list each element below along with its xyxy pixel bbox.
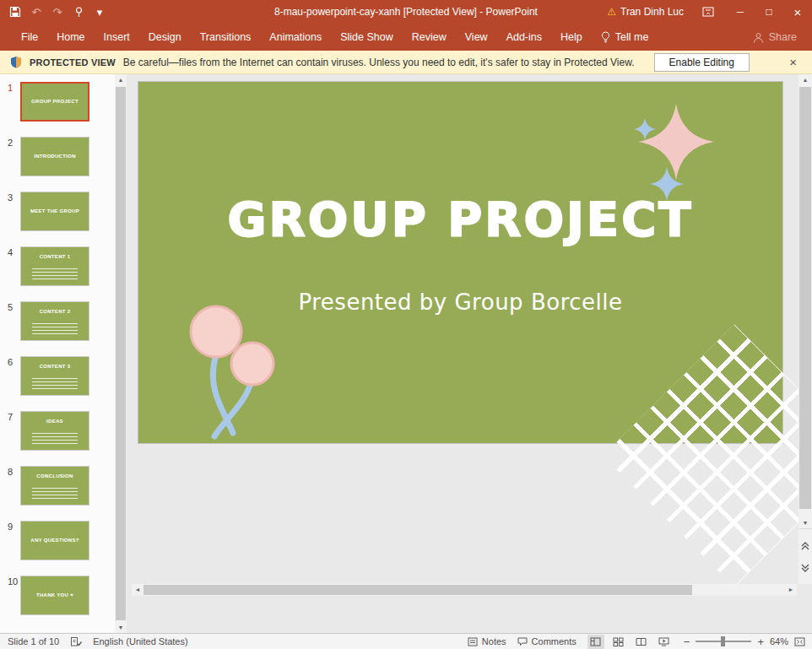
protected-view-bar: PROTECTED VIEW Be careful—files from the… xyxy=(0,51,812,74)
zoom-slider[interactable] xyxy=(696,641,751,642)
tab-help[interactable]: Help xyxy=(551,24,592,51)
titlebar-right-controls: ⚠ Tran Dinh Luc ─ □ × xyxy=(607,0,812,24)
share-button[interactable]: Share xyxy=(753,31,812,43)
thumbnail-caption: IDEAS xyxy=(45,419,65,425)
restore-button[interactable]: □ xyxy=(755,0,783,24)
scroll-down-icon[interactable]: ▼ xyxy=(798,520,812,526)
scroll-down-icon[interactable]: ▼ xyxy=(115,625,127,630)
status-bar: Slide 1 of 10 English (United States) No… xyxy=(0,633,812,649)
zoom-level[interactable]: 64% xyxy=(770,636,788,646)
tab-transitions[interactable]: Transitions xyxy=(191,24,261,51)
tab-view[interactable]: View xyxy=(456,24,497,51)
spell-check-icon[interactable] xyxy=(70,636,82,647)
share-label: Share xyxy=(769,31,797,43)
tab-animations[interactable]: Animations xyxy=(260,24,331,51)
enable-editing-button[interactable]: Enable Editing xyxy=(654,53,750,72)
tab-add-ins[interactable]: Add-ins xyxy=(497,24,551,51)
slide-thumbnail-3[interactable]: MEET THE GROUP xyxy=(20,192,89,231)
thumbnail-row-6: 6 CONTENT 3 xyxy=(0,356,115,396)
notes-label: Notes xyxy=(482,636,506,646)
slide-sorter-view-icon[interactable] xyxy=(610,635,627,649)
horizontal-scrollbar[interactable]: ◄ ► xyxy=(132,584,797,596)
slide-thumbnail-5[interactable]: CONTENT 2 xyxy=(20,301,89,341)
minimize-button[interactable]: ─ xyxy=(726,0,755,24)
zoom-slider-thumb[interactable] xyxy=(721,636,725,646)
message-bar-close-icon[interactable]: × xyxy=(784,55,802,69)
tab-design[interactable]: Design xyxy=(139,24,191,51)
reading-view-icon[interactable] xyxy=(633,635,650,649)
comments-icon xyxy=(517,637,528,646)
scroll-left-icon[interactable]: ◄ xyxy=(133,587,142,592)
slide-number: 4 xyxy=(0,246,20,286)
protected-view-badge: PROTECTED VIEW xyxy=(30,57,116,68)
thumbnail-row-8: 8 CONCLUSION xyxy=(0,466,115,506)
slide-thumbnail-9[interactable]: ANY QUESTIONS? xyxy=(20,521,89,560)
zoom-out-icon[interactable]: − xyxy=(684,635,690,648)
slide-show-icon[interactable] xyxy=(656,635,673,649)
account-name[interactable]: Tran Dinh Luc xyxy=(620,6,684,18)
slide-indicator[interactable]: Slide 1 of 10 xyxy=(8,636,59,646)
tell-me-box[interactable]: Tell me xyxy=(592,31,658,43)
fit-slide-to-window-icon[interactable] xyxy=(794,637,805,646)
notes-button[interactable]: Notes xyxy=(468,636,506,646)
thumbnail-content-lines xyxy=(32,377,78,389)
slide-thumbnail-2[interactable]: INTRODUCTION xyxy=(20,137,89,176)
zoom-in-icon[interactable]: + xyxy=(757,635,764,648)
vertical-scrollbar[interactable]: ▲ ▼ xyxy=(798,74,812,528)
tab-slide-show[interactable]: Slide Show xyxy=(331,24,403,51)
flowers-decoration-icon xyxy=(157,291,300,443)
touch-mode-icon[interactable] xyxy=(72,4,85,19)
close-button[interactable]: × xyxy=(783,0,812,24)
normal-view-icon[interactable] xyxy=(587,635,604,649)
horizontal-scrollbar-thumb[interactable] xyxy=(143,585,692,595)
thumbnail-row-2: 2 INTRODUCTION xyxy=(0,137,115,176)
thumbnail-caption: CONTENT 2 xyxy=(38,309,73,315)
scroll-up-icon[interactable]: ▲ xyxy=(798,77,812,83)
sparkles-decoration-icon xyxy=(611,95,780,239)
notes-icon xyxy=(468,637,478,646)
slide-number: 5 xyxy=(0,301,20,341)
next-slide-icon[interactable] xyxy=(798,561,812,575)
slide-navigation xyxy=(798,528,812,584)
comments-button[interactable]: Comments xyxy=(517,636,577,646)
protected-view-message: Be careful—files from the Internet can c… xyxy=(123,57,635,68)
person-icon xyxy=(753,32,764,43)
tab-review[interactable]: Review xyxy=(403,24,456,51)
qat-customize-icon[interactable]: ▾ xyxy=(93,4,106,19)
scroll-right-icon[interactable]: ► xyxy=(787,587,795,592)
slide-thumbnail-8[interactable]: CONCLUSION xyxy=(20,466,89,506)
vertical-scrollbar-thumb[interactable] xyxy=(799,87,811,509)
zoom-controls: − + 64% xyxy=(684,635,805,648)
slide-thumbnail-7[interactable]: IDEAS xyxy=(20,411,89,451)
thumbnails-scrollbar-thumb[interactable] xyxy=(116,87,126,620)
tab-home[interactable]: Home xyxy=(47,24,94,51)
thumbnails-scrollbar[interactable]: ▲ ▼ xyxy=(115,74,127,633)
slide-number: 8 xyxy=(0,466,20,506)
language-indicator[interactable]: English (United States) xyxy=(93,636,188,646)
thumbnail-caption: THANK YOU ♥ xyxy=(35,592,75,598)
undo-icon[interactable]: ↶ xyxy=(30,4,43,19)
lightbulb-icon xyxy=(601,31,610,43)
redo-icon[interactable]: ↷ xyxy=(51,4,64,19)
save-icon[interactable] xyxy=(8,4,22,19)
scroll-up-icon[interactable]: ▲ xyxy=(115,77,127,83)
content-area: 1 GROUP PROJECT 2 INTRODUCTION 3 MEET TH… xyxy=(0,74,812,633)
tab-file[interactable]: File xyxy=(12,24,47,51)
slide-thumbnail-6[interactable]: CONTENT 3 xyxy=(20,356,89,396)
view-shortcuts xyxy=(587,635,673,649)
previous-slide-icon[interactable] xyxy=(798,539,812,553)
slide-thumbnail-1[interactable]: GROUP PROJECT xyxy=(20,82,89,122)
thumbnail-caption: CONTENT 3 xyxy=(38,364,73,370)
slide-thumbnail-4[interactable]: CONTENT 1 xyxy=(20,246,89,286)
powerpoint-window: ↶ ↷ ▾ 8-mau-powerpoint-cay-xanh [Protect… xyxy=(0,0,812,649)
slide-thumbnail-10[interactable]: THANK YOU ♥ xyxy=(20,576,89,615)
tab-insert[interactable]: Insert xyxy=(95,24,139,51)
thumbnail-content-lines xyxy=(32,432,78,444)
account-warning-icon: ⚠ xyxy=(607,6,616,18)
slide-number: 9 xyxy=(0,521,20,560)
ribbon-display-options-icon[interactable] xyxy=(697,7,719,17)
thumbnail-content-lines xyxy=(32,322,78,334)
slide-thumbnails-panel: 1 GROUP PROJECT 2 INTRODUCTION 3 MEET TH… xyxy=(0,74,115,633)
thumbnail-caption: ANY QUESTIONS? xyxy=(29,538,80,544)
slide-number: 2 xyxy=(0,137,20,176)
